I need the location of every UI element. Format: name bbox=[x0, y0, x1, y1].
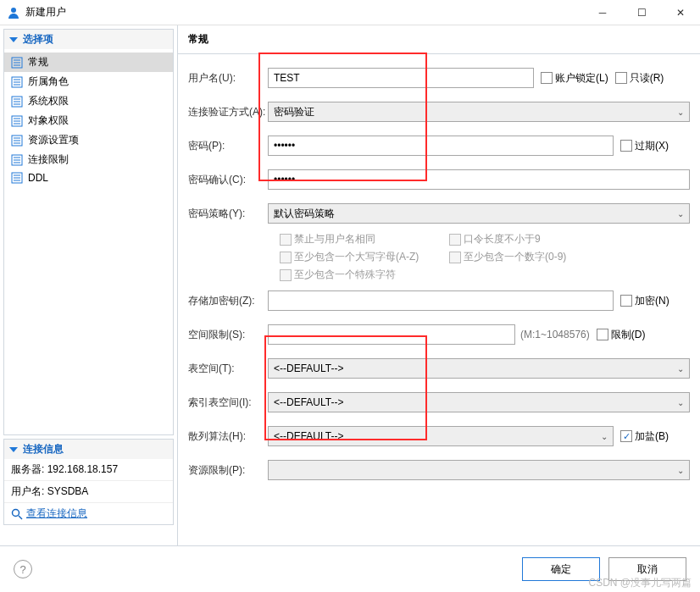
connection-section: 连接信息 服务器: 192.168.18.157 用户名: SYSDBA 查看连… bbox=[3, 439, 174, 525]
titlebar: 新建用户 ─ ☐ ✕ bbox=[0, 0, 700, 25]
password-label: 密码(P): bbox=[188, 139, 268, 153]
sidebar-item-label: 资源设置项 bbox=[28, 133, 79, 147]
minimize-button[interactable]: ─ bbox=[583, 0, 622, 25]
chevron-down-icon: ⌄ bbox=[677, 108, 684, 117]
page-icon bbox=[11, 172, 23, 184]
ok-button[interactable]: 确定 bbox=[522, 557, 600, 581]
sidebar-item-4[interactable]: 资源设置项 bbox=[4, 130, 173, 150]
chevron-down-icon: ⌄ bbox=[677, 466, 684, 475]
username-label: 用户名(U): bbox=[188, 71, 268, 86]
view-connection-row: 查看连接信息 bbox=[4, 502, 173, 524]
maximize-button[interactable]: ☐ bbox=[622, 0, 661, 25]
encrypt-checkbox[interactable]: 加密(N) bbox=[620, 294, 669, 308]
tablespace-label: 表空间(T): bbox=[188, 362, 268, 376]
svg-point-0 bbox=[11, 8, 16, 13]
chevron-down-icon: ⌄ bbox=[677, 209, 684, 219]
panel-title: 常规 bbox=[178, 25, 700, 54]
account-lock-checkbox[interactable]: 账户锁定(L) bbox=[541, 71, 608, 86]
username-field[interactable] bbox=[268, 68, 534, 88]
sidebar-item-label: 所属角色 bbox=[28, 75, 69, 89]
tablespace-select[interactable]: <--DEFAULT-->⌄ bbox=[268, 358, 690, 379]
chevron-down-icon: ⌄ bbox=[677, 398, 684, 407]
options-header[interactable]: 选择项 bbox=[4, 30, 173, 49]
close-button[interactable]: ✕ bbox=[661, 0, 700, 25]
index-tablespace-select[interactable]: <--DEFAULT-->⌄ bbox=[268, 392, 690, 412]
salt-checkbox[interactable]: 加盐(B) bbox=[620, 429, 669, 444]
policy-special-char: 至少包含一个特殊字符 bbox=[280, 266, 449, 284]
view-connection-link[interactable]: 查看连接信息 bbox=[11, 506, 166, 521]
main-panel: 常规 用户名(U): 账户锁定(L) 只读(R) 连接验证方式(A): 密码验证… bbox=[178, 25, 700, 545]
readonly-checkbox[interactable]: 只读(R) bbox=[615, 71, 664, 86]
password-confirm-field[interactable]: •••••• bbox=[268, 169, 690, 190]
auth-label: 连接验证方式(A): bbox=[188, 105, 268, 119]
auth-select[interactable]: 密码验证⌄ bbox=[268, 102, 690, 122]
sidebar-item-3[interactable]: 对象权限 bbox=[4, 111, 173, 130]
sidebar-item-0[interactable]: 常规 bbox=[4, 53, 173, 72]
sidebar-item-label: 对象权限 bbox=[28, 113, 69, 128]
collapse-icon bbox=[9, 447, 18, 452]
page-icon bbox=[11, 96, 23, 108]
space-limit-label: 空间限制(S): bbox=[188, 328, 268, 342]
sidebar: 选择项 常规所属角色系统权限对象权限资源设置项连接限制DDL 连接信息 服务器:… bbox=[0, 25, 178, 545]
limit-checkbox[interactable]: 限制(D) bbox=[597, 328, 646, 342]
server-info: 服务器: 192.168.18.157 bbox=[4, 459, 173, 480]
policy-select[interactable]: 默认密码策略⌄ bbox=[268, 203, 690, 224]
help-button[interactable]: ? bbox=[14, 560, 32, 578]
page-icon bbox=[11, 57, 23, 69]
encrypt-key-field[interactable] bbox=[268, 290, 614, 311]
encrypt-key-label: 存储加密钥(Z): bbox=[188, 294, 268, 308]
policy-digit: 至少包含一个数字(0-9) bbox=[449, 248, 619, 266]
page-icon bbox=[11, 154, 23, 166]
sidebar-item-label: 常规 bbox=[28, 55, 48, 69]
user-info: 用户名: SYSDBA bbox=[4, 480, 173, 502]
page-icon bbox=[11, 115, 23, 127]
page-icon bbox=[11, 76, 23, 88]
chevron-down-icon: ⌄ bbox=[601, 432, 608, 441]
window-title: 新建用户 bbox=[25, 5, 583, 19]
index-tablespace-label: 索引表空间(I): bbox=[188, 396, 268, 410]
user-icon bbox=[7, 6, 20, 19]
resource-limit-select[interactable]: ⌄ bbox=[268, 460, 690, 480]
sidebar-item-5[interactable]: 连接限制 bbox=[4, 150, 173, 169]
page-icon bbox=[11, 135, 23, 147]
resource-limit-label: 资源限制(P): bbox=[188, 463, 268, 478]
policy-min-length: 口令长度不小于9 bbox=[449, 230, 619, 248]
svg-point-29 bbox=[13, 509, 19, 516]
policy-label: 密码策略(Y): bbox=[188, 207, 268, 221]
connection-header[interactable]: 连接信息 bbox=[4, 440, 173, 459]
space-hint: (M:1~1048576) bbox=[520, 329, 590, 340]
collapse-icon bbox=[9, 37, 18, 42]
svg-line-30 bbox=[19, 516, 22, 519]
cancel-button[interactable]: 取消 bbox=[608, 557, 686, 581]
policy-no-same-username: 禁止与用户名相同 bbox=[280, 230, 449, 248]
policy-checkboxes: 禁止与用户名相同 口令长度不小于9 至少包含一个大写字母(A-Z) 至少包含一个… bbox=[188, 230, 690, 284]
sidebar-item-label: 连接限制 bbox=[28, 152, 69, 167]
options-section: 选择项 常规所属角色系统权限对象权限资源设置项连接限制DDL bbox=[3, 29, 174, 435]
hash-select[interactable]: <--DEFAULT-->⌄ bbox=[268, 426, 614, 446]
space-limit-field[interactable] bbox=[268, 324, 515, 345]
footer: ? 确定 取消 bbox=[0, 545, 700, 592]
hash-label: 散列算法(H): bbox=[188, 429, 268, 444]
search-icon bbox=[11, 508, 23, 520]
sidebar-item-label: DDL bbox=[28, 172, 48, 184]
sidebar-item-1[interactable]: 所属角色 bbox=[4, 72, 173, 91]
sidebar-item-2[interactable]: 系统权限 bbox=[4, 91, 173, 111]
sidebar-item-label: 系统权限 bbox=[28, 94, 69, 108]
chevron-down-icon: ⌄ bbox=[677, 364, 684, 373]
sidebar-item-6[interactable]: DDL bbox=[4, 169, 173, 186]
password-field[interactable]: •••••• bbox=[268, 136, 614, 156]
password-confirm-label: 密码确认(C): bbox=[188, 173, 268, 187]
expire-checkbox[interactable]: 过期(X) bbox=[620, 139, 669, 153]
policy-uppercase: 至少包含一个大写字母(A-Z) bbox=[280, 248, 449, 266]
